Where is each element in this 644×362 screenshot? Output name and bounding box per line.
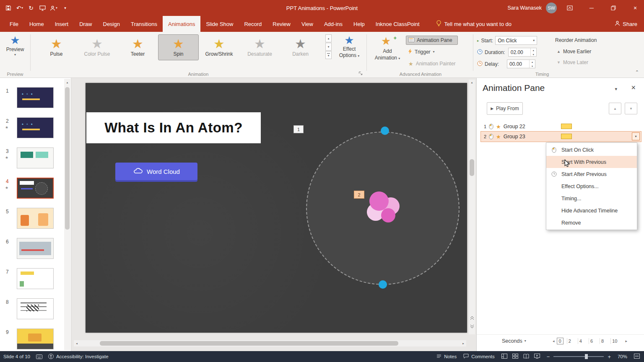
next-slide-icon[interactable] (469, 323, 475, 330)
electron-bottom[interactable] (379, 280, 387, 289)
timeline-bar[interactable] (561, 124, 572, 129)
duration-spinner[interactable]: ▴▾ (530, 48, 536, 56)
slide-thumbnail-5[interactable]: 5 (0, 208, 63, 230)
scroll-up-icon[interactable]: ▴ (469, 80, 475, 85)
tab-record[interactable]: Record (239, 16, 267, 32)
zoom-out-icon[interactable]: − (547, 354, 550, 360)
tab-slide-show[interactable]: Slide Show (200, 16, 239, 32)
zoom-in-icon[interactable]: + (608, 354, 611, 360)
restore-button[interactable] (605, 0, 622, 16)
menu-item-start-with-previous[interactable]: Start With Previous (546, 156, 637, 168)
slide-thumbnail-4[interactable]: 4★ (0, 178, 63, 199)
keyboard-icon[interactable] (36, 354, 42, 359)
timeline-right-icon[interactable]: ▸ (624, 339, 628, 343)
animation-spin[interactable]: ★Spin (158, 34, 199, 60)
close-button[interactable]: × (626, 0, 644, 16)
animation-darken[interactable]: ★Darken (280, 34, 321, 60)
collapse-ribbon-icon[interactable]: ⌃ (635, 70, 639, 75)
animation-pulse[interactable]: ★Pulse (36, 34, 77, 60)
normal-view-icon[interactable] (501, 354, 507, 359)
slide-thumbnail-1[interactable]: 1 (0, 87, 63, 109)
previous-slide-icon[interactable] (469, 314, 475, 322)
slide-thumbnail-3[interactable]: 3★ (0, 147, 63, 169)
zoom-slider-thumb[interactable] (585, 354, 588, 359)
menu-item-remove[interactable]: Remove (546, 217, 637, 229)
animation-item-group-22[interactable]: 1★Group 22 (481, 122, 641, 132)
account-icon[interactable]: ▾ (49, 3, 59, 13)
move-earlier-button[interactable]: ▲ Move Earlier (557, 49, 591, 54)
save-icon[interactable] (3, 3, 13, 13)
tell-me-box[interactable]: Tell me what you want to do (436, 20, 512, 28)
delay-input[interactable]: 00.00▴▾ (507, 59, 535, 68)
zoom-level[interactable]: 70% (618, 354, 627, 359)
tab-home[interactable]: Home (24, 16, 49, 32)
reading-view-icon[interactable] (523, 354, 529, 359)
animation-grow-shrink[interactable]: ★Grow/Shrink (199, 34, 239, 60)
slide-sorter-view-icon[interactable] (512, 354, 518, 359)
tab-view[interactable]: View (296, 16, 319, 32)
move-down-icon[interactable]: ▼ (625, 103, 637, 114)
menu-item-hide-advanced-timeline[interactable]: Hide Advanced Timeline (546, 204, 637, 217)
move-up-icon[interactable]: ▲ (609, 103, 621, 114)
scrollbar-thumb[interactable] (100, 341, 398, 346)
add-animation-button[interactable]: ★+ Add Animation ▾ (371, 33, 403, 61)
slide-thumbnail-8[interactable]: 8 (0, 298, 63, 320)
gallery-more-icon[interactable]: ▾ (325, 51, 332, 59)
tab-insert[interactable]: Insert (49, 16, 74, 32)
customize-qat-icon[interactable]: ▾ (60, 3, 70, 13)
pane-close-icon[interactable]: × (631, 83, 636, 92)
gallery-down-icon[interactable]: ▾ (325, 43, 332, 51)
animation-painter-button[interactable]: ★ Animation Painter (406, 59, 458, 68)
minimize-button[interactable]: ─ (583, 0, 600, 16)
scroll-up-icon[interactable]: ▴ (64, 80, 70, 85)
slide-thumbnail-7[interactable]: 7 (0, 268, 63, 290)
animation-number-badge-2[interactable]: 2 (354, 191, 364, 199)
dialog-launcher-icon[interactable] (358, 71, 363, 76)
animation-teeter[interactable]: ★Teeter (117, 34, 158, 60)
seconds-dropdown[interactable]: Seconds ▾ (502, 338, 526, 344)
scrollbar-thumb[interactable] (65, 87, 70, 230)
animation-pane-button[interactable]: Animation Pane (406, 36, 458, 45)
share-button[interactable]: Share (615, 21, 637, 27)
move-later-button[interactable]: ▼ Move Later (557, 59, 588, 65)
start-select[interactable]: On Click▾ (495, 36, 537, 45)
nucleus-particle[interactable] (369, 191, 389, 211)
tab-design[interactable]: Design (98, 16, 125, 32)
slideshow-view-icon[interactable] (534, 354, 540, 359)
undo-icon[interactable]: ↶▾ (15, 3, 25, 13)
effect-options-button[interactable]: ★ Effect Options ▾ (335, 34, 363, 68)
tab-help[interactable]: Help (348, 16, 370, 32)
avatar[interactable]: SW (546, 3, 557, 13)
tab-add-ins[interactable]: Add-ins (319, 16, 348, 32)
tab-inknoe-classpoint[interactable]: Inknoe ClassPoint (370, 16, 425, 32)
pane-options-chevron-icon[interactable]: ▾ (615, 86, 617, 92)
trigger-button[interactable]: Trigger ▾ (406, 47, 458, 57)
slide-thumbnail-9[interactable]: 9 (0, 328, 63, 350)
menu-item-start-on-click[interactable]: Start On Click (546, 144, 637, 156)
menu-item-timing[interactable]: Timing... (546, 192, 637, 204)
zoom-slider[interactable] (553, 356, 604, 357)
timeline-left-icon[interactable]: ◂ (551, 339, 556, 343)
redo-icon[interactable]: ↻ (26, 3, 36, 13)
start-slideshow-icon[interactable] (37, 3, 47, 13)
scroll-left-icon[interactable]: ◂ (74, 340, 80, 346)
tab-draw[interactable]: Draw (74, 16, 97, 32)
animation-desaturate[interactable]: ★Desaturate (239, 34, 280, 60)
slide[interactable]: What Is In An Atom? 1 Word Cloud 2 (86, 83, 467, 333)
tab-file[interactable]: File (4, 16, 24, 32)
ribbon-display-options-icon[interactable] (561, 0, 579, 16)
horizontal-scrollbar[interactable]: ◂ ▸ (74, 340, 466, 346)
slide-title[interactable]: What Is In An Atom? (86, 112, 261, 143)
word-cloud-button[interactable]: Word Cloud (115, 163, 197, 180)
fit-to-window-icon[interactable] (634, 354, 640, 359)
scrollbar-thumb[interactable] (470, 159, 474, 176)
timeline-bar[interactable] (561, 134, 572, 139)
tab-transitions[interactable]: Transitions (125, 16, 163, 32)
comments-button[interactable]: Comments (463, 354, 495, 359)
slide-thumbnail-2[interactable]: 2★ (0, 117, 63, 139)
electron-top[interactable] (381, 127, 389, 135)
notes-button[interactable]: Notes (436, 354, 457, 359)
slide-thumbnail-6[interactable]: 6 (0, 238, 63, 260)
animation-item-group-23[interactable]: 2★Group 23▾ (481, 132, 641, 142)
scroll-right-icon[interactable]: ▸ (460, 340, 466, 346)
